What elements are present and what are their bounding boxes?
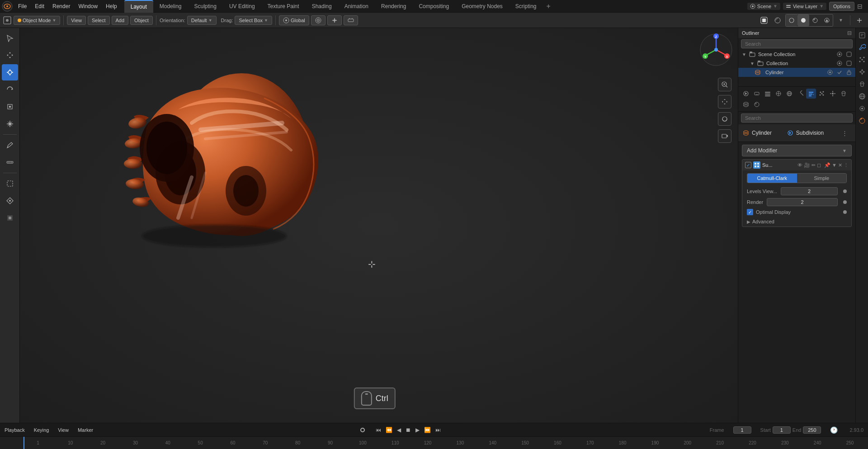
modifier-cage-icon[interactable]: ◻ [817, 162, 821, 168]
scale-tool[interactable] [2, 99, 18, 115]
material-btn[interactable] [809, 14, 821, 26]
view-label[interactable]: View [58, 427, 69, 433]
modifier-pin-icon[interactable]: 📌 [824, 162, 830, 168]
modifier-close-icon[interactable]: ✕ [838, 162, 842, 168]
eyedropper-tool[interactable] [2, 193, 18, 209]
render-level-value[interactable]: 2 [767, 198, 838, 206]
simple-btn[interactable]: Simple [797, 174, 847, 183]
rotate-tool[interactable] [2, 81, 18, 98]
tab-uv-editing[interactable]: UV Editing [223, 0, 261, 13]
zoom-in-btn[interactable] [718, 78, 731, 91]
modifier-enabled-toggle[interactable]: ✓ [745, 162, 751, 168]
tab-shading[interactable]: Shading [306, 0, 338, 13]
optimal-display-checkbox[interactable]: ✓ [747, 209, 753, 215]
properties-menu-icon[interactable]: ⋮ [839, 127, 851, 139]
marker-label[interactable]: Marker [78, 427, 93, 433]
scene-sidebar-icon[interactable] [857, 91, 868, 102]
tab-rendering[interactable]: Rendering [375, 0, 412, 13]
cylinder-modifier-icon[interactable] [837, 70, 842, 75]
constraints-sidebar-icon[interactable] [857, 79, 868, 90]
box-select-tool[interactable] [2, 175, 18, 192]
start-frame-input[interactable]: 1 [773, 426, 791, 434]
object-menu-btn[interactable]: Object [130, 16, 153, 25]
clip-tool[interactable] [2, 210, 18, 226]
tab-scripting[interactable]: Scripting [509, 0, 543, 13]
window-menu[interactable]: Window [75, 2, 101, 10]
play-back-btn[interactable]: ◀ [395, 426, 403, 434]
modifier-realtime-icon[interactable]: 👁 [797, 162, 802, 168]
modifier-expand-icon[interactable]: ▼ [832, 162, 837, 168]
outliner-scene-collection[interactable]: ▼ Scene Collection [738, 50, 855, 59]
properties-search-input[interactable] [741, 113, 853, 123]
file-menu[interactable]: File [14, 2, 30, 10]
jump-end-btn[interactable]: ⏭ [434, 426, 443, 434]
rendered-btn[interactable] [821, 14, 833, 26]
particles-sidebar-icon[interactable] [857, 54, 868, 65]
modifier-more-icon[interactable]: ⋮ [844, 162, 849, 168]
keying-label[interactable]: Keying [34, 427, 49, 433]
modifier-edit-icon[interactable]: ✏ [811, 162, 816, 168]
constraints-tab[interactable] [839, 89, 849, 99]
tab-sculpting[interactable]: Sculpting [188, 0, 223, 13]
view-layer-props-tab[interactable] [763, 89, 773, 99]
render-props-tab[interactable] [741, 89, 751, 99]
material-tab[interactable] [752, 99, 762, 109]
visibility-icon[interactable] [837, 52, 842, 57]
collection-visibility-icon[interactable] [837, 61, 842, 66]
mode-selector-btn[interactable]: Object Mode ▼ [14, 16, 60, 25]
properties-icon-1[interactable] [857, 30, 868, 41]
particles-tab[interactable] [817, 89, 827, 99]
viewport-3d[interactable]: Z X Y [20, 28, 738, 423]
snap-btn[interactable] [327, 15, 342, 25]
add-modifier-button[interactable]: Add Modifier ▼ [742, 145, 852, 156]
catmull-clark-btn[interactable]: Catmull-Clark [747, 174, 797, 183]
select-menu-btn[interactable]: Select [88, 16, 110, 25]
transform-all-tool[interactable] [2, 116, 18, 132]
wireframe-btn[interactable] [786, 14, 797, 26]
options-button[interactable]: Options [829, 2, 854, 11]
view-layer-selector[interactable]: View Layer ▼ [783, 3, 826, 10]
pivot-selector[interactable]: Global [279, 15, 309, 25]
filter-icon[interactable]: ⊟ [857, 3, 863, 10]
outliner-filter-icon[interactable]: ⊟ [847, 30, 852, 36]
help-menu[interactable]: Help [102, 2, 121, 10]
local-view-btn[interactable] [758, 14, 770, 26]
tab-compositing[interactable]: Compositing [412, 0, 455, 13]
scene-selector[interactable]: Scene ▼ [747, 3, 780, 10]
physics-sidebar-icon[interactable] [857, 66, 868, 77]
world-props-tab[interactable] [784, 89, 794, 99]
modifier-props-tab active[interactable] [806, 89, 816, 99]
exclude-icon[interactable] [846, 52, 852, 57]
playback-dot[interactable] [360, 428, 365, 432]
tab-texture-paint[interactable]: Texture Paint [261, 0, 306, 13]
levels-viewport-value[interactable]: 2 [781, 187, 838, 195]
timeline-ruler[interactable]: 1 10 20 30 40 50 60 70 80 90 100 110 120… [0, 436, 868, 449]
proportional-btn[interactable] [311, 15, 326, 25]
material-sidebar-icon[interactable] [857, 115, 868, 126]
viewport-gizmo[interactable]: Z X Y [698, 32, 734, 68]
jump-start-btn[interactable]: ⏮ [374, 426, 383, 434]
jump-back-btn[interactable]: ⏪ [384, 426, 394, 434]
scene-props-tab[interactable] [774, 89, 783, 99]
object-props-tab[interactable] [795, 89, 805, 99]
solid-btn[interactable] [797, 14, 809, 26]
playback-label[interactable]: Playback [5, 427, 25, 433]
frame-current-input[interactable]: 1 [733, 426, 751, 434]
end-frame-input[interactable]: 250 [803, 426, 821, 434]
advanced-section[interactable]: ▶ Advanced [742, 217, 851, 227]
timeline-marks[interactable]: 1 10 20 30 40 50 60 70 80 90 100 110 120… [20, 437, 868, 449]
add-menu-btn[interactable]: Add [112, 16, 129, 25]
modifier-render-icon[interactable]: 🎥 [804, 162, 810, 168]
outliner-cylinder[interactable]: Cylinder [738, 68, 855, 77]
outliner-collection[interactable]: ▼ Collection [738, 59, 855, 68]
orbit-btn[interactable] [718, 112, 731, 126]
drag-selector[interactable]: Select Box ▼ [235, 16, 272, 25]
tab-modeling[interactable]: Modeling [153, 0, 188, 13]
play-btn[interactable]: ▶ [414, 426, 421, 434]
pan-btn[interactable] [718, 95, 731, 109]
move-tool[interactable] [2, 47, 18, 63]
camera-ortho-btn[interactable] [718, 129, 731, 143]
modifiers-icon[interactable] [857, 42, 868, 53]
data-tab[interactable] [741, 99, 751, 109]
tab-animation[interactable]: Animation [338, 0, 375, 13]
